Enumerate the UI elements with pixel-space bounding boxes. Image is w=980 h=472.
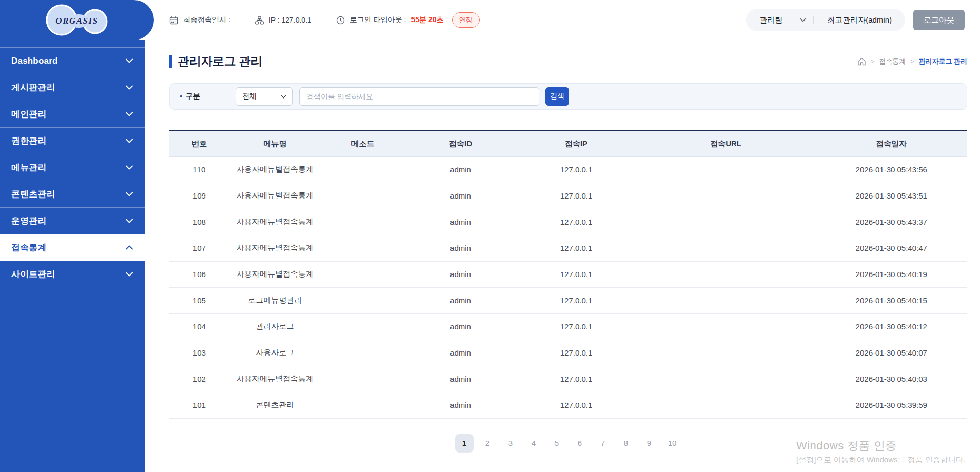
breadcrumb-separator: > — [871, 58, 874, 65]
sidebar-item[interactable]: 접속통계 — [0, 234, 145, 261]
cell-menu-name: 사용자메뉴별접속통계 — [229, 235, 321, 261]
sidebar-item[interactable]: 콘텐츠관리 — [0, 181, 145, 207]
sidebar-item[interactable]: 메뉴관리 — [0, 154, 145, 181]
last-access-label: 최종접속일시 : — [183, 15, 230, 25]
cell-method — [321, 287, 404, 313]
table-row[interactable]: 110 사용자메뉴별접속통계 admin 127.0.0.1 2026-01-3… — [169, 156, 967, 183]
cell-access-url — [636, 261, 816, 287]
cell-menu-name: 사용자메뉴별접속통계 — [229, 183, 321, 209]
cell-access-url — [636, 313, 816, 340]
table-row[interactable]: 106 사용자메뉴별접속통계 admin 127.0.0.1 2026-01-3… — [169, 261, 967, 287]
table-row[interactable]: 104 관리자로그 admin 127.0.0.1 2026-01-30 05:… — [169, 313, 967, 340]
pill-divider — [813, 16, 814, 24]
cell-method — [321, 392, 404, 418]
cell-access-id: admin — [405, 183, 517, 209]
page-number-button[interactable]: 8 — [617, 434, 635, 453]
cell-access-date: 2026-01-30 05:40:19 — [816, 261, 967, 287]
home-icon[interactable] — [857, 57, 866, 66]
cell-access-url — [636, 183, 816, 209]
cell-no: 104 — [169, 313, 229, 340]
page-number-button[interactable]: 6 — [571, 434, 589, 453]
cell-menu-name: 사용자메뉴별접속통계 — [229, 261, 321, 287]
cell-access-url — [636, 156, 816, 183]
user-name: 최고관리자(admin) — [821, 15, 892, 25]
cell-method — [321, 183, 404, 209]
page-number-button[interactable]: 10 — [663, 434, 681, 453]
calendar-icon — [169, 16, 178, 25]
timeout-value: 55분 20초 — [411, 15, 443, 25]
breadcrumb-item[interactable]: 접속통계 — [879, 57, 906, 66]
sidebar-item[interactable]: Dashboard — [0, 47, 145, 74]
table-row[interactable]: 108 사용자메뉴별접속통계 admin 127.0.0.1 2026-01-3… — [169, 209, 967, 235]
page-number-button[interactable]: 1 — [455, 434, 474, 453]
cell-access-id: admin — [405, 287, 517, 313]
table-row[interactable]: 102 사용자메뉴별접속통계 admin 127.0.0.1 2026-01-3… — [169, 366, 967, 392]
user-pill: 관리팀 최고관리자(admin) — [746, 9, 905, 31]
cell-access-url — [636, 340, 816, 366]
cell-no: 101 — [169, 392, 229, 418]
category-select[interactable]: 전체 — [236, 87, 293, 106]
cell-access-date: 2026-01-30 05:40:47 — [816, 235, 967, 261]
last-access-group: 최종접속일시 : — [169, 15, 230, 25]
chevron-down-icon — [126, 245, 133, 250]
cell-access-ip: 127.0.0.1 — [516, 313, 636, 340]
cell-method — [321, 261, 404, 287]
search-button[interactable]: 검색 — [545, 87, 569, 106]
sidebar-item-label: 권한관리 — [11, 135, 47, 147]
sidebar-item-label: 운영관리 — [11, 215, 47, 227]
col-header-access-url: 접속URL — [636, 131, 816, 156]
logo-text: ORGASIS — [55, 16, 98, 26]
sidebar-item-label: 게시판관리 — [11, 82, 55, 93]
page-number-button[interactable]: 3 — [501, 434, 520, 453]
col-header-access-ip: 접속IP — [516, 131, 636, 156]
cell-access-ip: 127.0.0.1 — [516, 340, 636, 366]
chevron-down-icon — [126, 112, 133, 116]
page-number-button[interactable]: 2 — [478, 434, 497, 453]
logo-block[interactable]: ORGASIS — [0, 0, 154, 40]
table-row[interactable]: 101 콘텐츠관리 admin 127.0.0.1 2026-01-30 05:… — [169, 392, 967, 418]
windows-activation-watermark: Windows 정품 인증 [설정]으로 이동하여 Windows를 정품 인증… — [796, 438, 966, 465]
page-number-button[interactable]: 9 — [640, 434, 658, 453]
table-row[interactable]: 105 로그메뉴명관리 admin 127.0.0.1 2026-01-30 0… — [169, 287, 967, 313]
table-row[interactable]: 109 사용자메뉴별접속통계 admin 127.0.0.1 2026-01-3… — [169, 183, 967, 209]
extend-session-button[interactable]: 연장 — [452, 12, 480, 28]
col-header-no: 번호 — [169, 131, 229, 156]
table-row[interactable]: 103 사용자로그 admin 127.0.0.1 2026-01-30 05:… — [169, 340, 967, 366]
cell-access-date: 2026-01-30 05:43:37 — [816, 209, 967, 235]
sidebar-item-label: 메인관리 — [11, 108, 47, 120]
breadcrumb-separator: > — [910, 58, 914, 65]
sidebar-item-label: 접속통계 — [11, 242, 47, 253]
table-row[interactable]: 107 사용자메뉴별접속통계 admin 127.0.0.1 2026-01-3… — [169, 235, 967, 261]
ip-group: IP : 127.0.0.1 — [255, 16, 311, 25]
page-number-button[interactable]: 7 — [594, 434, 612, 453]
watermark-title: Windows 정품 인증 — [796, 438, 966, 454]
orgasis-logo: ORGASIS — [38, 2, 115, 38]
team-select-value: 관리팀 — [759, 15, 782, 25]
page-number-button[interactable]: 4 — [524, 434, 543, 453]
cell-method — [321, 313, 404, 340]
cell-method — [321, 209, 404, 235]
chevron-down-icon — [126, 219, 133, 223]
cell-access-ip: 127.0.0.1 — [516, 392, 636, 418]
cell-access-date: 2026-01-30 05:40:07 — [816, 340, 967, 366]
sidebar-item[interactable]: 메인관리 — [0, 101, 145, 127]
sidebar-item[interactable]: 사이트관리 — [0, 261, 145, 287]
team-select[interactable]: 관리팀 — [759, 15, 806, 25]
page-number-button[interactable]: 5 — [547, 434, 566, 453]
cell-access-ip: 127.0.0.1 — [516, 261, 636, 287]
search-input[interactable] — [299, 87, 539, 106]
sidebar-item[interactable]: 게시판관리 — [0, 74, 145, 101]
sidebar-item[interactable]: 운영관리 — [0, 207, 145, 234]
ip-label: IP : 127.0.0.1 — [269, 16, 311, 24]
sidebar-item-label: 콘텐츠관리 — [11, 188, 55, 200]
title-row: 관리자로그 관리 > 접속통계 > 관리자로그 관리 — [169, 53, 967, 69]
cell-no: 105 — [169, 287, 229, 313]
filter-label: 구분 — [180, 92, 236, 101]
cell-access-date: 2026-01-30 05:40:03 — [816, 366, 967, 392]
filter-label-text: 구분 — [186, 92, 200, 101]
cell-menu-name: 사용자메뉴별접속통계 — [229, 209, 321, 235]
logout-button[interactable]: 로그아웃 — [913, 10, 965, 30]
cell-access-id: admin — [405, 209, 517, 235]
cell-no: 108 — [169, 209, 229, 235]
sidebar-item[interactable]: 권한관리 — [0, 127, 145, 154]
